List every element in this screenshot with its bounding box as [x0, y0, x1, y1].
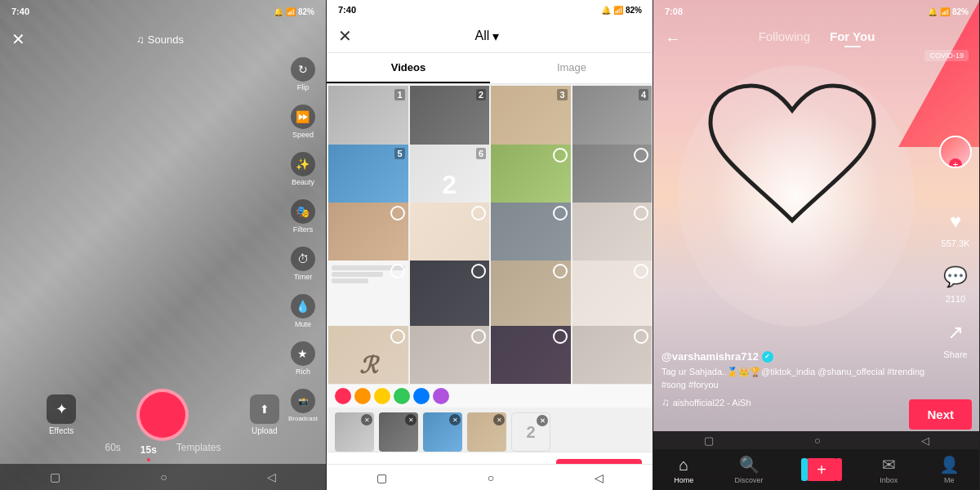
camera-controls: ↻ Flip ⏩ Speed ✨ Beauty 🎭 Filters ⏱ Time…	[288, 57, 318, 422]
mute-control[interactable]: 💧 Mute	[291, 294, 315, 328]
selected-thumb-2[interactable]: ✕	[379, 412, 418, 452]
selected-thumb-4[interactable]: ✕	[467, 412, 506, 452]
color-palette-row	[327, 384, 653, 408]
sounds-button[interactable]: ♫ Sounds	[136, 33, 184, 46]
next-button[interactable]: Next	[909, 399, 972, 430]
rich-control[interactable]: ★ Rich	[291, 341, 315, 376]
camera-bottom-controls: ✦ Effects ⬆ Upload	[0, 389, 326, 441]
selected-thumb-5[interactable]: 2 ✕	[511, 412, 550, 452]
duration-indicator	[147, 458, 150, 461]
phone-gallery: 7:40 🔔 📶 82% ✕ All ▾ Videos Image 1	[327, 0, 653, 490]
nav-me[interactable]: 👤 Me	[939, 455, 960, 484]
speed-control[interactable]: ⏩ Speed	[291, 105, 315, 139]
nav-back-2[interactable]: ◁	[595, 471, 604, 484]
timer-control[interactable]: ⏱ Timer	[291, 247, 315, 281]
grid-item-18[interactable]	[410, 326, 490, 384]
upload-button[interactable]: ⬆ Upload	[250, 394, 279, 435]
video-caption: Tag ur Sahjada..🥇👑🏆@tiktok_india @shanu_…	[662, 366, 931, 391]
nav-circle-2[interactable]: ○	[488, 471, 494, 484]
effects-button[interactable]: ✦ Effects	[47, 394, 76, 435]
sys-nav-back-3[interactable]: ◁	[921, 434, 929, 447]
grid-item-17[interactable]: ℛ	[328, 326, 408, 384]
nav-create[interactable]: +	[804, 458, 839, 481]
system-nav-3: ▢ ○ ◁	[653, 431, 980, 449]
tiktok-action-buttons: ♥ 557.3K 💬 2110 ↗ Share	[939, 136, 972, 359]
selected-thumb-3[interactable]: ✕	[423, 412, 462, 452]
tab-videos[interactable]: Videos	[327, 53, 490, 83]
bottom-nav-1: ▢ ○ ◁	[0, 464, 326, 490]
status-bar-1: 7:40 🔔 📶 82%	[0, 0, 326, 23]
nav-back[interactable]: ◁	[267, 470, 276, 483]
nav-discover[interactable]: 🔍 Discover	[735, 455, 764, 484]
verified-icon: ✓	[762, 351, 773, 363]
time-1: 7:40	[11, 7, 29, 16]
duration-selector: 60s 15s Templates	[0, 442, 326, 461]
selected-thumb-1[interactable]: ✕	[335, 412, 374, 452]
gallery-container: 7:40 🔔 📶 82% ✕ All ▾ Videos Image 1	[327, 0, 653, 490]
tab-for-you[interactable]: For You	[830, 29, 875, 47]
color-green[interactable]	[394, 388, 410, 404]
media-grid: 1 2 3 4 5 6 2	[327, 84, 653, 384]
heart-drawing	[702, 82, 882, 245]
status-bar-3: 7:08 🔔 📶 82%	[653, 0, 980, 23]
nav-inbox[interactable]: ✉ Inbox	[880, 455, 898, 484]
back-button[interactable]: ←	[665, 29, 681, 48]
beauty-control[interactable]: ✨ Beauty	[291, 152, 315, 186]
color-yellow[interactable]	[374, 388, 390, 404]
creator-avatar[interactable]	[939, 136, 972, 168]
status-icons-2: 🔔 📶 82%	[601, 6, 642, 15]
nav-square-2[interactable]: ▢	[376, 471, 387, 484]
tiktok-tab-bar: Following For You	[759, 29, 875, 47]
tiktok-bottom-nav: ⌂ Home 🔍 Discover + ✉ Inbox 👤 Me	[653, 449, 980, 490]
status-icons-3: 🔔 📶 82%	[928, 7, 969, 16]
filters-control[interactable]: 🎭 Filters	[291, 199, 315, 234]
tab-image[interactable]: Image	[490, 53, 653, 83]
color-orange[interactable]	[354, 388, 371, 404]
phone-camera: 7:40 🔔 📶 82% ✕ ♫ Sounds ↻ Flip ⏩ Speed ✨…	[0, 0, 327, 490]
flip-control[interactable]: ↻ Flip	[291, 57, 315, 91]
duration-15s-wrap[interactable]: 15s	[140, 442, 157, 461]
tab-following[interactable]: Following	[759, 29, 810, 47]
time-2: 7:40	[338, 5, 356, 15]
tiktok-header: ← Following For You COVID-19	[653, 23, 980, 54]
bottom-nav-2: ▢ ○ ◁	[327, 464, 653, 490]
covid-badge[interactable]: COVID-19	[924, 50, 969, 61]
color-blue[interactable]	[413, 388, 430, 404]
color-purple[interactable]	[433, 388, 449, 404]
sys-nav-square-3[interactable]: ▢	[704, 434, 714, 447]
video-info: @varshamishra712 ✓ Tag ur Sahjada..🥇👑🏆@t…	[662, 350, 931, 408]
sys-nav-circle-3[interactable]: ○	[814, 434, 821, 447]
color-red[interactable]	[335, 388, 351, 404]
selected-thumbnails: ✕ ✕ ✕ ✕ 2 ✕	[327, 408, 653, 452]
phone-tiktok: 7:08 🔔 📶 82% ← Following For You COVID-1…	[653, 0, 980, 490]
music-info: ♫ aishofficial22 - AiSh	[662, 396, 931, 408]
duration-60s[interactable]: 60s	[105, 442, 120, 461]
nav-square[interactable]: ▢	[50, 470, 60, 483]
grid-item-19[interactable]	[491, 326, 571, 384]
status-bar-2: 7:40 🔔 📶 82%	[327, 0, 653, 20]
like-button[interactable]: ♥ 557.3K	[940, 206, 971, 248]
nav-home[interactable]: ⌂ Home	[674, 456, 693, 484]
gallery-tabs: Videos Image	[327, 53, 653, 84]
time-3: 7:08	[665, 7, 683, 16]
status-icons-1: 🔔 📶 82%	[274, 7, 314, 16]
gallery-header: ✕ All ▾	[327, 20, 653, 53]
music-note-icon: ♫	[662, 396, 670, 408]
camera-close-button[interactable]: ✕	[11, 29, 25, 49]
gallery-title[interactable]: All ▾	[475, 29, 500, 44]
record-button[interactable]	[136, 389, 189, 441]
creator-username: @varshamishra712 ✓	[662, 350, 931, 363]
comment-button[interactable]: 💬 2110	[940, 261, 971, 304]
share-button[interactable]: ↗ Share	[940, 317, 971, 359]
duration-templates[interactable]: Templates	[176, 442, 221, 461]
gallery-close-button[interactable]: ✕	[338, 26, 352, 46]
tiktok-container: 7:08 🔔 📶 82% ← Following For You COVID-1…	[653, 0, 980, 490]
grid-item-20[interactable]	[572, 326, 653, 384]
nav-circle[interactable]: ○	[160, 470, 167, 483]
camera-header: ✕ ♫ Sounds	[0, 23, 326, 56]
